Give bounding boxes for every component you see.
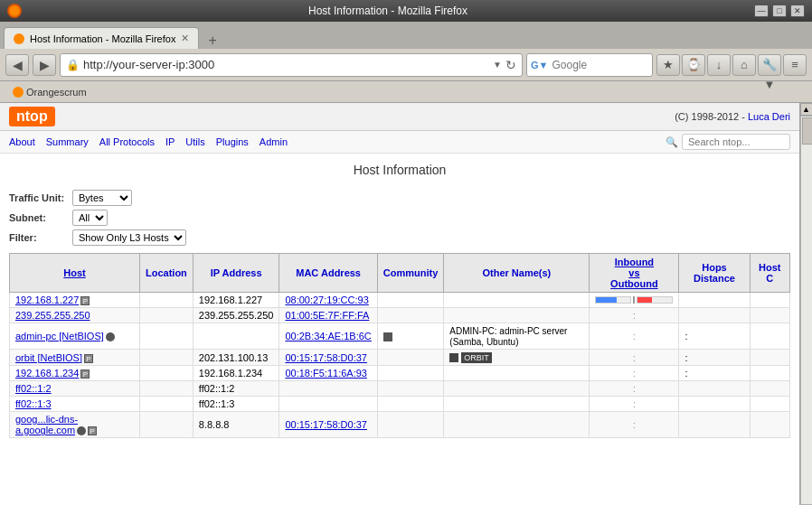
bar-icon: : [633,399,636,409]
host-c-cell [750,397,789,412]
forward-button[interactable]: ▶ [33,54,56,76]
inbound-outbound-sort-link[interactable]: InboundvsOutbound [610,257,658,289]
table-row: orbit [NetBIOS]P202.131.100.1300:15:17:5… [10,350,790,366]
mac-link[interactable]: 00:18:F5:11:6A:93 [285,368,367,379]
bookmarks-bar: Orangescrum [0,81,812,103]
table-row: goog...lic-dns-a.google.comP8.8.8.800:15… [10,412,790,438]
close-button[interactable]: ✕ [790,5,805,17]
community-cell [377,412,444,438]
host-c-cell [750,308,789,323]
hops-cell: : [679,323,750,350]
community-cell [377,293,444,308]
tab-host-information[interactable]: Host Information - Mozilla Firefox ✕ [4,27,199,49]
extensions-button[interactable]: 🔧▼ [758,54,781,76]
url-input[interactable] [83,58,489,71]
host-sort-link[interactable]: Host [63,267,85,278]
nav-all-protocols[interactable]: All Protocols [99,136,155,147]
bar-icon: : [633,369,636,379]
host-link[interactable]: admin-pc [NetBIOS] [15,331,104,341]
nav-ip[interactable]: IP [165,136,175,147]
inbound-outbound-cell: : [590,412,679,438]
history-button[interactable]: ⌚ [682,54,705,76]
refresh-icon[interactable]: ↻ [505,58,516,72]
bar-icon: : [633,384,636,394]
col-header-host: Host [10,254,140,293]
host-c-cell [750,323,789,350]
scroll-up-button[interactable]: ▲ [800,103,813,116]
bar-icon: : [633,332,636,341]
community-square-icon [383,332,392,341]
mac-link[interactable]: 00:15:17:58:D0:37 [285,352,367,363]
host-link[interactable]: 192.168.1.227 [15,295,79,305]
scrollbar-right[interactable]: ▲ ▼ [799,103,812,505]
community-cell [377,308,444,323]
mac-link[interactable]: 00:15:17:58:D0:37 [285,419,367,430]
bar-separator [633,296,635,304]
scroll-thumb[interactable] [802,117,813,145]
subnet-select[interactable]: All [72,210,108,226]
host-link[interactable]: ff02::1:3 [15,398,52,409]
bookmark-favicon-icon [13,87,24,98]
browser-toolbar: ◀ ▶ 🔒 ▼ ↻ G▼ 🔍 ★ ⌚ ↓ ⌂ 🔧▼ ≡ [0,49,812,81]
mac-link[interactable]: 08:00:27:19:CC:93 [285,295,368,305]
host-c-cell [750,293,789,308]
location-cell [139,308,193,323]
nav-plugins[interactable]: Plugins [216,136,249,147]
tab-bar: Host Information - Mozilla Firefox ✕ + [0,22,812,49]
host-link[interactable]: 239.255.255.250 [15,310,90,321]
hops-cell: : [679,350,750,366]
location-cell [139,293,193,308]
host-link[interactable]: goog...lic-dns-a.google.com [15,414,78,435]
menu-button[interactable]: ≡ [783,54,807,76]
inbound-outbound-cell: : [590,381,679,397]
maximize-button[interactable]: □ [772,5,787,17]
ip-cell [193,323,279,350]
url-dropdown-icon[interactable]: ▼ [493,60,502,70]
url-favicon-icon: 🔒 [66,59,80,71]
location-cell [139,397,193,412]
other-names-cell: ADMIN-PC: admin-PC server (Samba, Ubuntu… [444,323,590,350]
inbound-outbound-cell: : [590,366,679,381]
col-header-ip: IP Address [193,254,279,293]
nav-summary[interactable]: Summary [46,136,89,147]
nav-search-input[interactable] [682,134,790,150]
new-tab-button[interactable]: + [203,33,222,49]
search-ntop-icon: 🔍 [666,136,678,148]
scroll-track[interactable] [800,116,813,505]
search-bar[interactable]: G▼ 🔍 [526,53,653,77]
host-link[interactable]: 192.168.1.234 [15,368,79,379]
url-bar[interactable]: 🔒 ▼ ↻ [60,53,523,77]
table-row: ff02::1:2ff02::1:2: [10,381,790,397]
inbound-outbound-cell [590,293,679,308]
minimize-button[interactable]: — [754,5,769,17]
nav-about[interactable]: About [9,136,35,147]
mac-cell: 01:00:5E:7F:FF:FA [279,308,377,323]
inbound-outbound-cell: : [590,308,679,323]
filter-select[interactable]: Show Only L3 Hosts Show All [72,229,186,246]
location-cell [139,323,193,350]
inbound-outbound-cell: : [590,397,679,412]
table-row: admin-pc [NetBIOS]00:2B:34:AE:1B:6CADMIN… [10,323,790,350]
bookmarks-button[interactable]: ★ [656,54,680,76]
col-header-mac: MAC Address [279,254,377,293]
mac-cell: 00:18:F5:11:6A:93 [279,366,377,381]
mac-link[interactable]: 00:2B:34:AE:1B:6C [285,331,371,341]
traffic-unit-select[interactable]: Bytes Packets [72,190,132,206]
tab-close-button[interactable]: ✕ [181,33,189,44]
host-link[interactable]: ff02::1:2 [15,383,52,394]
firefox-icon [7,4,22,18]
mac-cell [279,397,377,412]
nav-admin[interactable]: Admin [260,136,288,147]
host-link[interactable]: orbit [NetBIOS] [15,352,82,363]
home-button[interactable]: ⌂ [732,54,756,76]
back-button[interactable]: ◀ [5,54,29,76]
location-cell [139,366,193,381]
author-link[interactable]: Luca Deri [748,111,790,122]
mac-link[interactable]: 01:00:5E:7F:FF:FA [285,310,369,321]
nav-utils[interactable]: Utils [185,136,204,147]
downloads-button[interactable]: ↓ [707,54,731,76]
host-c-cell [750,412,789,438]
inbound-outbound-cell: : [590,323,679,350]
table-row: 239.255.255.250239.255.255.25001:00:5E:7… [10,308,790,323]
bookmark-orangescrum[interactable]: Orangescrum [7,85,92,99]
